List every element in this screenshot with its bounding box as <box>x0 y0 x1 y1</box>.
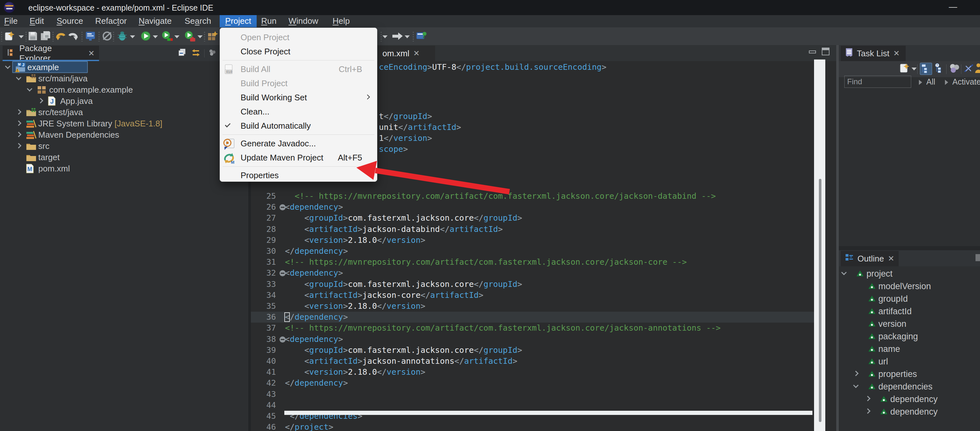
outline-item-packaging[interactable]: packaging <box>839 331 980 343</box>
dropdown-caret-icon[interactable] <box>19 35 24 38</box>
vertical-scrollbar[interactable] <box>814 59 825 431</box>
filter-icon[interactable] <box>963 63 975 75</box>
tree-item-pom-xml[interactable]: Mpom.xml <box>0 163 248 174</box>
toolbar-handle[interactable] <box>81 31 83 41</box>
new-task-icon[interactable] <box>899 63 911 75</box>
open-console-icon[interactable] <box>84 30 96 42</box>
toolbar-handle[interactable] <box>204 31 205 41</box>
outline-item-version[interactable]: version <box>839 318 980 331</box>
chevron-right-icon[interactable] <box>16 143 22 149</box>
menu-item-build-automatically[interactable]: Build Automatically <box>220 119 377 133</box>
maximize-view-icon[interactable] <box>822 48 829 55</box>
task-activate-link[interactable]: Activate <box>952 77 980 86</box>
menu-item-generate-javadoc-[interactable]: Generate Javadoc... <box>220 137 377 151</box>
vertical-scrollbar-thumb[interactable] <box>819 179 821 422</box>
tree-item-target[interactable]: target <box>0 152 248 163</box>
view-menu-icon[interactable] <box>208 48 218 59</box>
chevron-down-icon[interactable] <box>842 270 847 275</box>
chevron-right-icon[interactable] <box>865 396 871 401</box>
chevron-right-icon[interactable] <box>865 409 871 414</box>
tab-pom-xml[interactable]: om.xml ✕ <box>378 46 435 61</box>
close-icon[interactable]: ✕ <box>893 49 900 58</box>
horizontal-scrollbar[interactable] <box>284 411 813 415</box>
chevron-down-icon[interactable] <box>16 75 22 80</box>
outline-item-name[interactable]: name <box>839 343 980 356</box>
find-input[interactable] <box>844 76 911 88</box>
chevron-right-icon[interactable] <box>16 109 22 115</box>
menu-source[interactable]: Source <box>57 15 83 27</box>
new-wizard-icon[interactable] <box>4 30 16 42</box>
outline-item-dependency[interactable]: dependency <box>839 406 980 418</box>
task-scope-all-link[interactable]: All <box>926 77 935 86</box>
focus-tasks-icon[interactable] <box>949 63 961 75</box>
tree-item-com-example-example[interactable]: com.example.example <box>0 84 248 95</box>
outline-item-dependencies[interactable]: dependencies <box>839 381 980 393</box>
chevron-down-icon[interactable] <box>853 383 859 388</box>
dropdown-caret-icon[interactable] <box>197 35 203 38</box>
chevron-right-icon[interactable] <box>16 132 22 137</box>
menu-item-build-working-set[interactable]: Build Working Set <box>220 91 377 105</box>
dropdown-caret-icon[interactable] <box>382 35 388 38</box>
menu-file[interactable]: File <box>4 15 18 27</box>
person-icon[interactable] <box>975 63 980 75</box>
dropdown-caret-icon[interactable] <box>174 35 180 38</box>
outline-item-properties[interactable]: properties <box>839 368 980 381</box>
dropdown-caret-icon[interactable] <box>130 35 135 38</box>
close-icon[interactable]: ✕ <box>888 254 894 263</box>
toolbar-handle[interactable] <box>412 31 414 41</box>
menu-project[interactable]: Project <box>220 15 257 27</box>
toolbar-handle[interactable] <box>98 31 100 41</box>
menu-edit[interactable]: Edit <box>30 15 44 27</box>
skip-breakpoints-icon[interactable] <box>101 30 113 42</box>
undo-icon[interactable] <box>55 30 67 42</box>
forward-icon[interactable] <box>391 30 402 42</box>
menu-item-update-maven-project[interactable]: MUpdate Maven ProjectAlt+F5 <box>220 151 377 165</box>
sash-horizontal[interactable] <box>839 246 980 250</box>
toolbar-handle[interactable] <box>380 31 382 41</box>
outline-item-project[interactable]: project <box>839 268 980 280</box>
menu-navigate[interactable]: Navigate <box>138 15 172 27</box>
toolbar-handle[interactable] <box>25 31 27 41</box>
tree-item-src-test-java[interactable]: src/test/java <box>0 107 248 118</box>
debug-icon[interactable] <box>116 30 128 42</box>
chevron-down-icon[interactable] <box>27 86 32 92</box>
minimize-button[interactable]: — <box>949 2 957 12</box>
collapse-all-icon[interactable] <box>178 48 188 59</box>
menu-help[interactable]: Help <box>332 15 350 27</box>
chevron-right-icon[interactable] <box>16 121 22 126</box>
toolbar-handle[interactable] <box>1 31 3 41</box>
dropdown-caret-icon[interactable] <box>153 35 158 38</box>
menu-item-properties[interactable]: Properties <box>220 168 377 182</box>
new-java-package-icon[interactable] <box>207 30 218 42</box>
sash-right[interactable] <box>836 45 839 431</box>
save-icon[interactable] <box>27 30 39 42</box>
dropdown-caret-icon[interactable] <box>405 35 410 38</box>
tree-item-src[interactable]: src <box>0 140 248 152</box>
menu-refactor[interactable]: Refactor <box>95 15 127 27</box>
chevron-down-icon[interactable] <box>5 64 11 69</box>
tab-task-list[interactable]: Task List ✕ <box>841 46 906 61</box>
tree-item-src-main-java[interactable]: src/main/java <box>0 73 248 84</box>
save-all-icon[interactable] <box>40 30 52 42</box>
chevron-right-icon[interactable] <box>38 98 43 103</box>
view-categorized-icon[interactable] <box>920 63 932 75</box>
chevron-right-icon[interactable] <box>853 371 859 376</box>
coverage-icon[interactable] <box>161 30 172 42</box>
redo-icon[interactable] <box>67 30 78 42</box>
tree-item-example[interactable]: JM!example <box>0 62 248 73</box>
menu-item-close-project[interactable]: Close Project <box>220 45 377 59</box>
external-tools-icon[interactable] <box>184 30 195 42</box>
outline-item-artifactid[interactable]: artifactId <box>839 305 980 318</box>
dropdown-caret-icon[interactable] <box>912 68 916 70</box>
tab-package-explorer[interactable]: Package Explorer ✕ <box>3 46 99 61</box>
close-icon[interactable]: ✕ <box>413 49 420 58</box>
outline-item-dependency[interactable]: dependency <box>839 393 980 406</box>
menu-item-clean-[interactable]: Clean... <box>220 105 377 119</box>
menu-run[interactable]: Run <box>261 15 277 27</box>
view-menu-icon[interactable] <box>975 253 980 264</box>
tree-item-app-java[interactable]: JApp.java <box>0 95 248 107</box>
tree-item-maven-dependencies[interactable]: Maven Dependencies <box>0 129 248 140</box>
outline-item-url[interactable]: url <box>839 356 980 368</box>
chevron-right-icon[interactable] <box>945 80 948 85</box>
minimize-view-icon[interactable] <box>809 51 816 53</box>
